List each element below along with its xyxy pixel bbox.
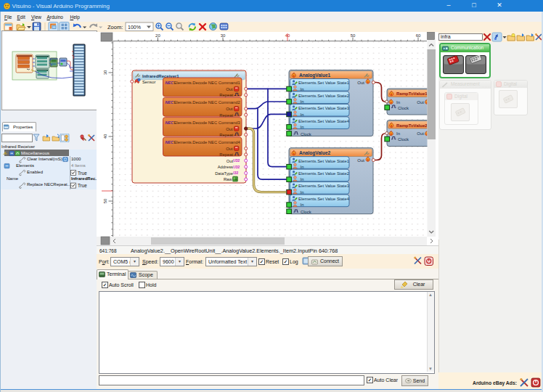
svg-text:In: In: [301, 113, 304, 117]
svg-text:NEC: NEC: [166, 100, 175, 105]
svg-text:In: In: [301, 190, 304, 195]
svg-text:NEC: NEC: [166, 81, 175, 85]
svg-text:True: True: [78, 183, 87, 188]
svg-text:Out: Out: [226, 147, 233, 151]
svg-text:30: 30: [221, 33, 226, 38]
svg-text:Elements.Set Value State1: Elements.Set Value State1: [298, 81, 349, 85]
svg-text:In: In: [396, 100, 400, 105]
svg-text:Elements.Set Value State1: Elements.Set Value State1: [298, 159, 349, 163]
svg-text:Out: Out: [226, 159, 234, 163]
svg-text:In: In: [301, 203, 304, 207]
svg-text:Repeat: Repeat: [219, 152, 233, 157]
svg-text:RampToValue2: RampToValue2: [396, 123, 428, 128]
svg-text:AnalogValue2: AnalogValue2: [299, 150, 331, 156]
svg-text:In: In: [301, 125, 304, 129]
svg-text:Repeat: Repeat: [219, 133, 233, 137]
svg-text:20: 20: [155, 33, 160, 38]
svg-text:40: 40: [285, 33, 290, 38]
svg-text:Elements.Set Value State2: Elements.Set Value State2: [298, 94, 349, 98]
svg-text:Zoom:: Zoom:: [107, 24, 123, 30]
svg-text:Repeat: Repeat: [219, 93, 233, 97]
svg-text:I32: I32: [233, 171, 238, 175]
svg-text:Out: Out: [357, 158, 364, 163]
svg-text:50: 50: [103, 198, 107, 203]
svg-text:Repeat: Repeat: [219, 113, 233, 118]
svg-text:In: In: [301, 87, 304, 91]
svg-text:U32: U32: [233, 166, 240, 169]
svg-text:Clock: Clock: [301, 132, 311, 136]
svg-text:Elements.Set Value State3: Elements.Set Value State3: [298, 184, 350, 188]
svg-text:Elements.Set Value State2: Elements.Set Value State2: [298, 171, 349, 176]
svg-text:Sensor: Sensor: [142, 80, 155, 84]
svg-text:In: In: [396, 131, 400, 136]
svg-text:Elements.Decode NEC Command1: Elements.Decode NEC Command1: [174, 81, 240, 85]
svg-text:NEC: NEC: [166, 121, 175, 125]
svg-text:Out: Out: [226, 127, 233, 131]
svg-text:Out: Out: [226, 87, 233, 91]
svg-text:50: 50: [351, 33, 356, 38]
svg-text:RampToValue1: RampToValue1: [396, 91, 428, 96]
svg-text:100%: 100%: [128, 25, 141, 30]
svg-text:Elements.Set Value State3: Elements.Set Value State3: [298, 106, 350, 110]
svg-text:Elements.Set Value State4: Elements.Set Value State4: [298, 197, 350, 201]
svg-text:60: 60: [416, 33, 421, 38]
svg-text:Elements.Decode NEC Command3: Elements.Decode NEC Command3: [174, 121, 240, 125]
svg-text:In: In: [301, 177, 304, 181]
svg-text:30: 30: [103, 70, 107, 75]
svg-text:Out: Out: [417, 100, 424, 105]
svg-text:U32: U32: [233, 159, 240, 163]
svg-text:Clock: Clock: [398, 137, 409, 142]
svg-text:Address: Address: [218, 165, 233, 169]
svg-text:Clock: Clock: [398, 106, 409, 110]
svg-text:Out: Out: [357, 81, 364, 85]
svg-text:Raw: Raw: [224, 177, 232, 181]
svg-text:In: In: [301, 99, 304, 104]
svg-text:Clock: Clock: [301, 210, 311, 214]
svg-text:DataType: DataType: [215, 171, 233, 176]
svg-text:Out: Out: [226, 107, 233, 111]
svg-text:Elements.Decode NEC Command2: Elements.Decode NEC Command2: [174, 100, 240, 105]
svg-text:True: True: [78, 170, 87, 175]
svg-text:AnalogValue1: AnalogValue1: [299, 73, 331, 78]
svg-text:In: In: [301, 165, 304, 169]
svg-text:Out: Out: [417, 131, 424, 136]
svg-text:40: 40: [103, 134, 107, 139]
svg-text:Elements.Set Value State4: Elements.Set Value State4: [298, 119, 350, 123]
svg-text:Elements.Decode NEC Command4: Elements.Decode NEC Command4: [174, 140, 241, 144]
svg-text:NEC: NEC: [166, 140, 175, 144]
